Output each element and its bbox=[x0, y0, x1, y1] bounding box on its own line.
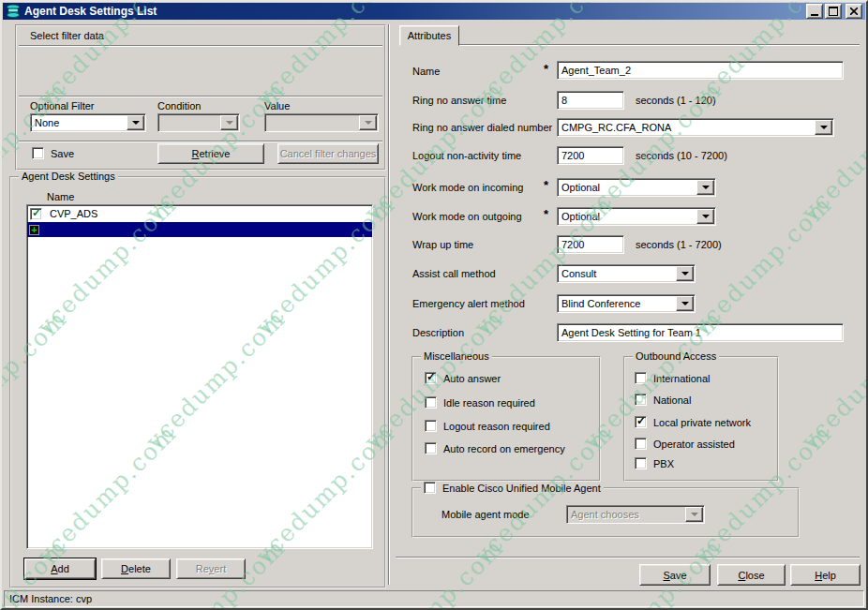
save-filter-label: Save bbox=[51, 148, 74, 159]
window-title: Agent Desk Settings List bbox=[24, 5, 804, 18]
select-filter-data-group: Select filter data Optional Filter Condi… bbox=[15, 24, 386, 171]
description-input[interactable]: Agent Desk Setting for Team 1 bbox=[557, 323, 844, 342]
wrap-up-time-input[interactable]: 7200 bbox=[557, 235, 624, 254]
maximize-button[interactable] bbox=[825, 4, 842, 19]
add-button[interactable]: Add bbox=[24, 558, 96, 579]
required-marker: * bbox=[544, 178, 548, 192]
minimize-button[interactable] bbox=[806, 4, 823, 19]
status-bar: ICM Instance: cvp bbox=[4, 590, 864, 607]
icm-instance-status: ICM Instance: cvp bbox=[9, 593, 92, 604]
app-icon bbox=[6, 4, 21, 19]
name-column-header: Name bbox=[47, 191, 74, 202]
chevron-down-icon[interactable] bbox=[676, 266, 694, 281]
local-private-network-checkbox[interactable] bbox=[635, 416, 647, 428]
value-select bbox=[264, 113, 379, 132]
ring-no-answer-dialed-number-label: Ring no answer dialed number bbox=[412, 122, 552, 133]
maximize-icon bbox=[829, 7, 838, 16]
work-mode-incoming-label: Work mode on incoming bbox=[412, 182, 523, 193]
divider bbox=[19, 45, 382, 47]
list-item-new-row[interactable]: + bbox=[27, 222, 372, 237]
assist-call-method-label: Assist call method bbox=[412, 268, 496, 279]
panel-divider bbox=[388, 24, 390, 585]
close-button-footer[interactable]: Close bbox=[717, 564, 786, 586]
mobile-agent-mode-label: Mobile agent mode bbox=[441, 509, 530, 520]
auto-record-on-emergency-checkrow[interactable]: Auto record on emergency bbox=[425, 442, 565, 454]
international-checkrow[interactable]: International bbox=[635, 372, 711, 384]
national-checkbox[interactable] bbox=[635, 394, 647, 406]
chevron-down-icon bbox=[359, 115, 377, 130]
operator-assisted-checkrow[interactable]: Operator assisted bbox=[635, 438, 735, 450]
list-item[interactable]: CVP_ADS bbox=[27, 205, 372, 222]
ring-no-answer-time-range: seconds (1 - 120) bbox=[636, 95, 716, 106]
list-item-label: CVP_ADS bbox=[50, 208, 97, 219]
help-button[interactable]: Help bbox=[790, 564, 861, 586]
ring-no-answer-dialed-number-select[interactable]: CMPG_RC.CFA_RONA bbox=[557, 118, 834, 137]
chevron-down-icon[interactable] bbox=[815, 120, 832, 135]
agent-desk-settings-window: Agent Desk Settings List Select filter d… bbox=[0, 0, 868, 610]
auto-answer-checkrow[interactable]: Auto answer bbox=[425, 372, 501, 384]
emergency-alert-method-select[interactable]: Blind Conference bbox=[557, 294, 696, 313]
divider bbox=[19, 96, 382, 97]
required-marker: * bbox=[544, 207, 548, 221]
chevron-down-icon[interactable] bbox=[127, 115, 144, 130]
condition-select bbox=[157, 113, 240, 132]
auto-record-on-emergency-checkbox[interactable] bbox=[425, 442, 437, 454]
chevron-down-icon[interactable] bbox=[676, 296, 694, 311]
close-button[interactable] bbox=[846, 4, 862, 19]
international-checkbox[interactable] bbox=[635, 372, 647, 384]
work-mode-incoming-select[interactable]: Optional bbox=[557, 178, 716, 197]
chevron-down-icon[interactable] bbox=[696, 180, 714, 195]
description-label: Description bbox=[412, 327, 464, 338]
mobile-agent-mode-select: Agent chooses bbox=[566, 505, 705, 524]
list-item-checkbox[interactable] bbox=[30, 208, 42, 220]
divider bbox=[19, 141, 382, 142]
chevron-down-icon bbox=[220, 115, 238, 130]
settings-list[interactable]: CVP_ADS + bbox=[26, 204, 373, 549]
outbound-access-group-title: Outbound Access bbox=[633, 350, 719, 362]
idle-reason-required-checkbox[interactable] bbox=[425, 396, 437, 409]
retrieve-button[interactable]: Retrieve bbox=[157, 143, 264, 164]
condition-label: Condition bbox=[157, 100, 201, 112]
title-bar: Agent Desk Settings List bbox=[3, 3, 865, 20]
wrap-up-time-label: Wrap up time bbox=[412, 239, 473, 250]
save-filter-checkbox[interactable] bbox=[32, 147, 44, 159]
minimize-icon bbox=[811, 14, 818, 16]
revert-button: Revert bbox=[176, 558, 246, 579]
close-icon bbox=[850, 7, 858, 15]
save-button[interactable]: Save bbox=[639, 564, 711, 586]
delete-button[interactable]: Delete bbox=[101, 558, 171, 579]
pbx-checkrow[interactable]: PBX bbox=[635, 457, 674, 469]
tab-attributes[interactable]: Attributes bbox=[399, 25, 459, 46]
assist-call-method-select[interactable]: Consult bbox=[557, 264, 696, 283]
chevron-down-icon bbox=[685, 507, 703, 522]
ring-no-answer-time-label: Ring no answer time bbox=[412, 95, 506, 106]
name-input[interactable]: Agent_Team_2 bbox=[557, 61, 844, 80]
work-mode-outgoing-select[interactable]: Optional bbox=[557, 207, 716, 226]
pbx-checkbox[interactable] bbox=[635, 457, 647, 469]
local-private-network-checkrow[interactable]: Local private network bbox=[635, 416, 751, 428]
national-checkrow[interactable]: National bbox=[635, 394, 691, 406]
logout-non-activity-time-input[interactable]: 7200 bbox=[557, 146, 624, 165]
ring-no-answer-time-input[interactable]: 8 bbox=[557, 91, 624, 110]
logout-non-activity-time-range: seconds (10 - 7200) bbox=[636, 150, 727, 161]
tab-strip-line bbox=[459, 44, 860, 46]
logout-reason-required-checkrow[interactable]: Logout reason required bbox=[425, 420, 550, 432]
agent-desk-settings-group: Agent Desk Settings Name CVP_ADS + Add D… bbox=[9, 176, 386, 588]
wrap-up-time-range: seconds (1 - 7200) bbox=[636, 239, 722, 250]
optional-filter-label: Optional Filter bbox=[30, 100, 94, 112]
required-marker: * bbox=[544, 62, 548, 76]
auto-answer-checkbox[interactable] bbox=[425, 372, 437, 384]
chevron-down-icon[interactable] bbox=[696, 209, 714, 224]
outbound-access-group: Outbound Access International National L… bbox=[623, 356, 779, 482]
idle-reason-required-checkrow[interactable]: Idle reason required bbox=[425, 396, 535, 409]
optional-filter-select[interactable]: None bbox=[30, 113, 146, 132]
name-label: Name bbox=[412, 66, 440, 77]
footer-divider bbox=[396, 557, 860, 558]
enable-mobile-agent-checkbox[interactable] bbox=[424, 482, 436, 494]
save-filter-checkrow[interactable]: Save bbox=[32, 147, 74, 159]
enable-mobile-agent-checkrow[interactable]: Enable Cisco Unified Mobile Agent bbox=[421, 482, 604, 494]
logout-reason-required-checkbox[interactable] bbox=[425, 420, 437, 432]
list-group-title: Agent Desk Settings bbox=[19, 171, 118, 182]
operator-assisted-checkbox[interactable] bbox=[635, 438, 647, 450]
value-label: Value bbox=[264, 100, 290, 112]
